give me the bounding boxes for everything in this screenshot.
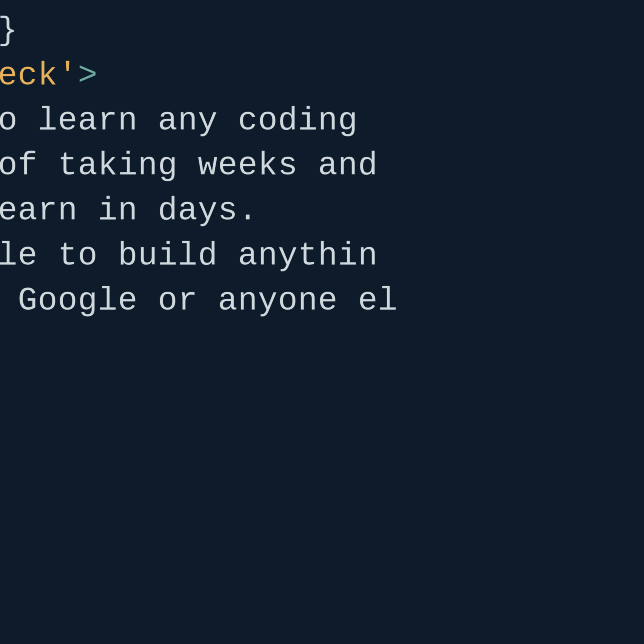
tag-close: > [78,57,98,94]
text-fragment: l learn in days. [0,192,258,229]
code-line-5: l learn in days. [0,192,258,229]
brace-close: } [0,12,18,49]
text-fragment: e to learn any coding [0,102,378,139]
code-line-6: able to build anythin [0,237,378,274]
text-fragment: ad of taking weeks and [0,147,398,184]
code-line-4: ad of taking weeks and [0,147,398,184]
code-editor[interactable]: */} -check'> e to learn any coding ad of… [0,0,644,323]
code-line-1: */} [0,12,18,49]
string-fragment: -check' [0,57,78,94]
code-line-3: e to learn any coding [0,102,378,139]
text-fragment: able to build anythin [0,237,378,274]
code-line-2: -check'> [0,57,98,94]
text-fragment: on Google or anyone el [0,282,398,319]
code-line-7: on Google or anyone el [0,282,398,319]
